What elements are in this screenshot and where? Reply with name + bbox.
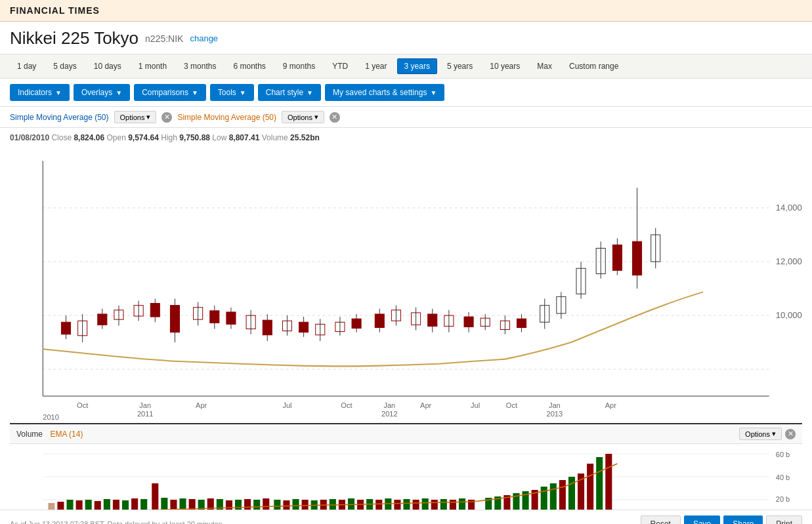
svg-text:60 b: 60 b — [776, 451, 790, 458]
share-button[interactable]: Share — [723, 515, 763, 524]
svg-rect-151 — [568, 477, 575, 510]
time-btn-5days[interactable]: 5 days — [46, 58, 83, 74]
print-button[interactable]: Print — [766, 515, 802, 524]
svg-rect-102 — [104, 499, 110, 510]
svg-rect-106 — [140, 499, 147, 510]
svg-rect-107 — [152, 483, 158, 510]
ft-logo: FINANCIAL TIMES — [10, 5, 100, 16]
time-btn-3months[interactable]: 3 months — [177, 58, 223, 74]
volume-ema-label: EMA (14) — [50, 430, 83, 439]
svg-rect-110 — [179, 498, 186, 510]
comparisons-dropdown[interactable]: Comparisons ▼ — [134, 84, 206, 101]
sma1-options-button[interactable]: Options ▾ — [114, 111, 157, 123]
svg-rect-36 — [299, 322, 309, 332]
svg-rect-50 — [428, 314, 437, 326]
sma1-label: Simple Moving Average (50) — [10, 113, 109, 122]
close-value: 8,824.06 — [74, 133, 104, 142]
svg-rect-121 — [283, 500, 289, 510]
time-btn-1day[interactable]: 1 day — [10, 58, 43, 74]
svg-text:Apr: Apr — [420, 401, 431, 409]
main-chart[interactable]: 14,000 12,000 10,000 — [10, 154, 802, 423]
chart-style-arrow-icon: ▼ — [307, 89, 313, 96]
svg-rect-108 — [161, 498, 167, 510]
reset-button[interactable]: Reset — [641, 515, 681, 524]
svg-rect-120 — [274, 500, 280, 510]
footer-buttons: Reset Save Share Print — [641, 515, 802, 524]
time-btn-6months[interactable]: 6 months — [226, 58, 272, 74]
saved-charts-dropdown[interactable]: My saved charts & settings ▼ — [325, 84, 444, 101]
footer-note: As of Jun 13 2013 07:28 BST. Data delaye… — [10, 520, 224, 524]
svg-rect-100 — [85, 500, 92, 510]
time-btn-custom[interactable]: Custom range — [562, 58, 626, 74]
svg-rect-96 — [48, 503, 54, 510]
volume-label: Volume — [262, 133, 290, 142]
tools-dropdown[interactable]: Tools ▼ — [210, 84, 254, 101]
volume-remove-button[interactable]: ✕ — [785, 429, 796, 439]
svg-text:Jan: Jan — [549, 401, 561, 409]
overlays-arrow-icon: ▼ — [116, 89, 122, 96]
open-label: Open — [106, 133, 128, 142]
time-btn-1month[interactable]: 1 month — [131, 58, 174, 74]
svg-rect-104 — [122, 500, 129, 510]
volume-header: Volume EMA (14) Options ▾ ✕ — [10, 424, 802, 444]
title-bar: Nikkei 225 Tokyo n225:NIK change — [0, 22, 812, 54]
time-btn-ytd[interactable]: YTD — [325, 58, 355, 74]
time-btn-max[interactable]: Max — [530, 58, 559, 74]
svg-rect-139 — [450, 500, 456, 510]
sma2-remove-button[interactable]: ✕ — [330, 112, 340, 123]
svg-text:Oct: Oct — [341, 401, 353, 409]
time-btn-5years[interactable]: 5 years — [440, 58, 480, 74]
svg-rect-148 — [541, 487, 547, 510]
low-value: 8,807.41 — [229, 133, 260, 142]
sma2-options-button[interactable]: Options ▾ — [282, 111, 324, 123]
svg-rect-72 — [633, 241, 642, 275]
svg-rect-155 — [605, 454, 612, 510]
svg-rect-154 — [596, 457, 603, 510]
volume-options-arrow-icon: ▾ — [772, 430, 776, 438]
overlays-dropdown[interactable]: Overlays ▼ — [74, 84, 130, 101]
svg-rect-135 — [413, 500, 419, 510]
svg-rect-44 — [375, 314, 384, 328]
svg-rect-123 — [302, 500, 309, 510]
svg-text:14,000: 14,000 — [776, 203, 802, 212]
volume-options-group: Options ▾ ✕ — [739, 428, 796, 440]
svg-text:20 b: 20 b — [776, 495, 790, 503]
time-btn-1year[interactable]: 1 year — [358, 58, 394, 74]
time-btn-3years[interactable]: 3 years — [397, 58, 437, 74]
svg-rect-103 — [113, 500, 119, 510]
svg-text:2012: 2012 — [381, 410, 398, 418]
chart-style-dropdown[interactable]: Chart style ▼ — [258, 84, 321, 101]
svg-rect-14 — [98, 314, 107, 325]
svg-text:2011: 2011 — [137, 410, 154, 418]
svg-text:Oct: Oct — [77, 401, 89, 409]
svg-text:Jul: Jul — [282, 401, 291, 409]
svg-text:10,000: 10,000 — [776, 310, 802, 320]
time-btn-10days[interactable]: 10 days — [87, 58, 129, 74]
close-label: Close — [51, 133, 74, 142]
svg-text:12,000: 12,000 — [776, 256, 802, 266]
sma1-remove-button[interactable]: ✕ — [161, 112, 172, 123]
svg-rect-117 — [244, 499, 251, 510]
volume-options-button[interactable]: Options ▾ — [739, 428, 782, 440]
svg-rect-42 — [352, 319, 361, 328]
stock-title: Nikkei 225 Tokyo — [10, 28, 139, 49]
svg-rect-133 — [394, 500, 400, 510]
svg-text:Jan: Jan — [383, 401, 395, 409]
time-btn-10years[interactable]: 10 years — [482, 58, 527, 74]
svg-rect-70 — [612, 245, 622, 270]
svg-rect-32 — [263, 320, 272, 335]
volume-title-group: Volume EMA (14) — [16, 430, 83, 439]
time-btn-9months[interactable]: 9 months — [276, 58, 322, 74]
saved-charts-arrow-icon: ▼ — [430, 89, 437, 96]
ft-header: FINANCIAL TIMES — [0, 0, 812, 22]
indicators-dropdown[interactable]: Indicators ▼ — [10, 84, 70, 101]
svg-rect-105 — [131, 498, 138, 510]
save-button[interactable]: Save — [684, 515, 720, 524]
change-link[interactable]: change — [190, 33, 218, 43]
svg-rect-122 — [292, 499, 299, 510]
svg-rect-119 — [263, 498, 269, 510]
svg-rect-140 — [459, 498, 465, 510]
svg-text:Jul: Jul — [471, 401, 480, 409]
svg-text:2013: 2013 — [547, 410, 563, 418]
sma2-options-arrow-icon: ▾ — [314, 113, 318, 121]
